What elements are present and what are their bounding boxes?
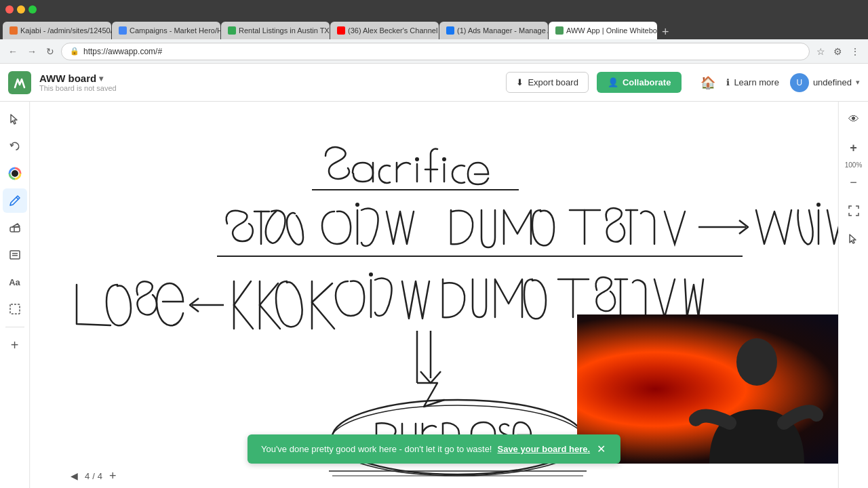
- back-btn[interactable]: ←: [5, 43, 20, 60]
- user-avatar: U: [790, 73, 809, 92]
- canvas-area[interactable]: You've done pretty good work here - don'…: [30, 102, 838, 488]
- address-bar-row: ← → ↻ 🔒 https://awwapp.com/# ☆ ⚙ ⋮: [0, 39, 868, 64]
- user-chevron-icon: ▾: [856, 78, 860, 87]
- right-toolbar: 👁 + 100% −: [838, 102, 868, 488]
- address-text: https://awwapp.com/#: [83, 47, 162, 56]
- forward-btn[interactable]: →: [24, 43, 39, 60]
- toolbar-separator: [5, 327, 24, 327]
- secure-icon: 🔒: [70, 47, 79, 56]
- eraser-btn[interactable]: [3, 216, 27, 240]
- svg-point-17: [369, 272, 373, 277]
- frame-tool-btn[interactable]: [3, 297, 27, 321]
- collaborate-button[interactable]: 👤 Collaborate: [597, 72, 682, 93]
- person-silhouette: [689, 335, 825, 464]
- board-title[interactable]: AWW board ▾: [39, 73, 117, 84]
- prev-page-btn[interactable]: ◀: [68, 469, 81, 483]
- note-tool-btn[interactable]: [3, 243, 27, 267]
- tab-rental[interactable]: Rental Listings in Austin TX - ... ✕: [221, 22, 330, 39]
- bookmark-btn[interactable]: ☆: [814, 43, 828, 60]
- learn-more-button[interactable]: ℹ Learn more: [726, 77, 778, 87]
- tab-alex[interactable]: (36) Alex Becker's Channel - ... ✕: [330, 22, 439, 39]
- svg-point-12: [355, 203, 359, 207]
- close-window-btn[interactable]: [5, 5, 14, 14]
- cursor-mode-btn[interactable]: [842, 227, 866, 251]
- cursor-icon: [848, 234, 859, 245]
- tab-label: Rental Listings in Austin TX - ...: [239, 26, 330, 35]
- page-indicator: 4/4: [85, 471, 102, 481]
- maximize-window-btn[interactable]: [28, 5, 37, 14]
- tab-label: Kajabi - /admin/sites/12450/...: [20, 26, 111, 35]
- user-name: undefined: [813, 77, 852, 87]
- zoom-out-btn[interactable]: −: [842, 170, 866, 195]
- undo-btn[interactable]: [3, 134, 27, 159]
- pen-tool-btn[interactable]: [3, 188, 27, 213]
- tab-favicon: [228, 26, 236, 35]
- more-btn[interactable]: ⋮: [848, 43, 863, 60]
- svg-point-14: [816, 203, 821, 207]
- note-icon: [9, 249, 21, 261]
- pen-icon: [9, 195, 21, 207]
- toast-save-link[interactable]: Save your board here.: [497, 444, 590, 454]
- new-tab-btn[interactable]: +: [658, 25, 673, 39]
- fit-icon: [848, 205, 859, 216]
- svg-point-9: [415, 157, 419, 161]
- user-area[interactable]: U undefined ▾: [790, 73, 860, 92]
- toast-message: You've done pretty good work here - don'…: [261, 444, 492, 454]
- logo-svg: [12, 75, 27, 90]
- visibility-btn[interactable]: 👁: [842, 107, 866, 131]
- total-pages: 4: [98, 471, 102, 481]
- tab-favicon: [555, 26, 564, 35]
- tab-label: AWW App | Online Whiteboar...: [566, 26, 657, 35]
- tab-aww[interactable]: AWW App | Online Whiteboar... ✕: [549, 22, 657, 39]
- fit-screen-btn[interactable]: [842, 199, 866, 223]
- add-page-btn[interactable]: +: [106, 468, 119, 485]
- browser-actions: ☆ ⚙ ⋮: [814, 43, 863, 60]
- tab-label: (36) Alex Becker's Channel - ...: [348, 26, 439, 35]
- toast-close-btn[interactable]: ✕: [595, 443, 607, 455]
- export-board-button[interactable]: ⬇ Export board: [506, 72, 588, 93]
- color-picker-btn[interactable]: [3, 161, 27, 186]
- current-page: 4: [85, 471, 90, 481]
- svg-rect-2: [10, 227, 20, 232]
- export-icon: ⬇: [516, 77, 524, 87]
- left-toolbar: Aa +: [0, 102, 30, 488]
- zoom-value: 100%: [845, 161, 863, 169]
- svg-point-25: [736, 338, 777, 386]
- zoom-controls: + 100% −: [842, 136, 866, 195]
- frame-icon: [9, 303, 21, 315]
- window-controls: [5, 5, 37, 14]
- select-tool-btn[interactable]: [3, 107, 27, 131]
- tab-kajabi[interactable]: Kajabi - /admin/sites/12450/... ✕: [3, 22, 111, 39]
- chevron-down-icon: ▾: [99, 74, 103, 83]
- undo-icon: [9, 140, 21, 152]
- svg-point-1: [12, 170, 18, 177]
- add-element-btn[interactable]: +: [3, 333, 27, 357]
- tab-ads[interactable]: (1) Ads Manager - Manage Ac... ✕: [439, 22, 548, 39]
- text-tool-btn[interactable]: Aa: [3, 270, 27, 294]
- bottom-bar: ◀ 4/4 +: [60, 464, 808, 488]
- collaborate-icon: 👤: [608, 77, 618, 87]
- address-bar[interactable]: 🔒 https://awwapp.com/#: [61, 43, 810, 60]
- zoom-in-btn[interactable]: +: [842, 136, 866, 160]
- eraser-icon: [9, 222, 21, 234]
- refresh-btn[interactable]: ↻: [43, 43, 57, 60]
- home-button[interactable]: 🏠: [701, 75, 715, 90]
- board-subtitle: This board is not saved: [39, 84, 117, 92]
- cursor-icon: [9, 113, 21, 125]
- app-header: AWW board ▾ This board is not saved ⬇ Ex…: [0, 64, 868, 102]
- tab-favicon: [119, 26, 127, 35]
- svg-rect-7: [10, 304, 20, 314]
- svg-rect-4: [10, 251, 20, 259]
- tab-campaigns[interactable]: Campaigns - Market Hero/H-... ✕: [112, 22, 220, 39]
- tab-favicon: [9, 26, 18, 35]
- header-right: 🏠 ℹ Learn more U undefined ▾: [701, 73, 860, 92]
- info-icon: ℹ: [726, 77, 730, 87]
- browser-tabs: Kajabi - /admin/sites/12450/... ✕ Campai…: [0, 19, 868, 39]
- app-logo: [8, 71, 31, 94]
- extensions-btn[interactable]: ⚙: [831, 43, 845, 60]
- minimize-window-btn[interactable]: [17, 5, 25, 14]
- main-layout: Aa +: [0, 102, 868, 488]
- svg-point-10: [442, 157, 446, 161]
- logo-area: [8, 71, 31, 94]
- tab-label: Campaigns - Market Hero/H-...: [130, 26, 220, 35]
